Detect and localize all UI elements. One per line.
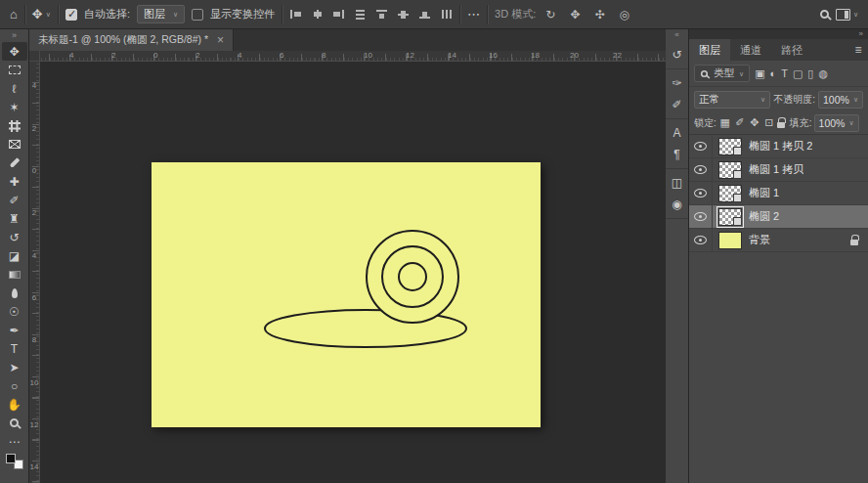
paragraph-panel-icon[interactable]: ¶ [668, 146, 687, 163]
toolbar-collapse-icon[interactable]: » [12, 29, 17, 42]
layer-thumbnail[interactable] [718, 208, 742, 226]
3d-rotate-icon[interactable]: ↻ [542, 8, 558, 22]
options-bar: ⌂ ✥ ∨ 自动选择: 图层 ∨ 显示变换控件 ⋯ 3D 模式: ↻✥✣◎ ∨ [0, 0, 868, 29]
dock-expand-icon[interactable]: « [674, 29, 678, 41]
tool-preset-move-icon[interactable]: ✥ ∨ [32, 7, 51, 22]
auto-select-checkbox[interactable] [65, 9, 77, 21]
show-transform-checkbox[interactable] [192, 9, 203, 21]
more-align-options-icon[interactable]: ⋯ [467, 7, 480, 22]
eyedropper-tool[interactable] [2, 154, 27, 172]
workspace-switcher[interactable]: ∨ [836, 9, 858, 21]
layer-row[interactable]: 背景 [689, 229, 868, 252]
brush-settings-panel-icon[interactable]: ✑ [668, 74, 687, 92]
brushes-panel-icon[interactable]: ✐ [668, 96, 687, 113]
frame-tool[interactable] [2, 135, 27, 154]
tab-channels[interactable]: 通道 [730, 39, 771, 61]
align-vertical-centers-icon[interactable] [397, 9, 410, 20]
layer-row[interactable]: 椭圆 2 [689, 205, 868, 229]
document-tab[interactable]: 未标题-1 @ 100% (椭圆 2, RGB/8#) * × [29, 29, 234, 51]
layer-filter-toggle-icon[interactable]: ◍ [817, 67, 829, 80]
lock-artboard-icon[interactable]: ⊡ [762, 116, 776, 129]
canvas-workspace[interactable]: 420246810121416182022 4202468101214 [29, 51, 666, 483]
filter-adjustment-layers-icon[interactable]: ◐ [769, 67, 778, 79]
photoshop-window: ⌂ ✥ ∨ 自动选择: 图层 ∨ 显示变换控件 ⋯ 3D 模式: ↻✥✣◎ ∨ … [0, 0, 868, 483]
filter-smart-objects-icon[interactable]: ▯ [806, 67, 814, 80]
gradient-tool[interactable] [2, 265, 27, 284]
home-icon[interactable]: ⌂ [10, 7, 18, 22]
layer-row[interactable]: 椭圆 1 拷贝 2 [689, 135, 868, 158]
tab-layers[interactable]: 图层 [689, 39, 730, 61]
lock-all-icon[interactable] [777, 122, 785, 128]
fill-field[interactable]: 100% ∨ [814, 114, 859, 132]
filter-shape-layers-icon[interactable]: ▢ [792, 67, 803, 80]
path-selection-tool[interactable]: ➤ [2, 358, 27, 376]
history-brush-tool[interactable]: ↺ [2, 228, 27, 246]
eye-icon[interactable] [694, 236, 707, 244]
align-right-edges-icon[interactable] [332, 9, 345, 20]
layer-row[interactable]: 椭圆 1 [689, 182, 868, 205]
pen-tool[interactable]: ✒ [2, 321, 27, 339]
eye-icon[interactable] [694, 212, 707, 221]
tab-paths[interactable]: 路径 [771, 39, 812, 61]
layer-thumbnail[interactable] [718, 232, 742, 249]
zoom-tool[interactable] [2, 414, 27, 432]
3d-camera-icon[interactable]: ◎ [616, 8, 631, 22]
layer-visibility-cell [689, 158, 713, 181]
eraser-tool[interactable]: ◪ [2, 246, 27, 265]
quick-selection-tool[interactable]: ✶ [2, 98, 27, 116]
eye-icon[interactable] [694, 142, 707, 151]
eye-icon[interactable] [694, 189, 707, 198]
edit-toolbar[interactable]: ⋯ [2, 432, 27, 451]
type-tool[interactable]: T [2, 339, 27, 358]
align-left-edges-icon[interactable] [289, 9, 302, 20]
crop-tool[interactable] [2, 116, 27, 135]
ruler-h-label: 16 [489, 51, 498, 60]
healing-brush-tool[interactable]: ✚ [2, 172, 27, 191]
separator [459, 5, 460, 24]
ruler-origin-corner[interactable] [29, 51, 40, 62]
distribute-horizontally-icon[interactable] [440, 9, 453, 20]
layer-thumbnail[interactable] [718, 161, 742, 179]
layer-filter-type-dropdown[interactable]: 类型 ∨ [694, 65, 750, 82]
lock-image-pixels-icon[interactable]: ✐ [733, 116, 747, 129]
foreground-color-swatch[interactable] [6, 454, 16, 463]
clone-stamp-tool[interactable]: ♜ [2, 209, 27, 228]
document-canvas[interactable] [152, 162, 541, 427]
blur-tool[interactable] [2, 284, 27, 302]
search-icon[interactable] [820, 10, 829, 19]
quick-selection-tool-icon: ✶ [9, 101, 19, 114]
color-swatches[interactable] [6, 454, 23, 469]
layers-panel-menu-icon[interactable]: ≡ [848, 39, 868, 61]
auto-select-mode-dropdown[interactable]: 图层 ∨ [137, 5, 185, 23]
distribute-vertically-icon[interactable] [354, 9, 367, 20]
align-horizontal-centers-icon[interactable] [311, 9, 324, 20]
brush-tool[interactable]: ✐ [2, 191, 27, 209]
character-panel-icon[interactable]: A [668, 124, 687, 142]
align-top-edges-icon[interactable] [375, 9, 388, 20]
eye-icon[interactable] [694, 165, 707, 174]
move-tool[interactable]: ✥ [2, 42, 27, 61]
lock-transparent-pixels-icon[interactable]: ▦ [718, 116, 732, 129]
lasso-tool[interactable]: ℓ [2, 79, 27, 98]
blend-mode-dropdown[interactable]: 正常 ∨ [694, 91, 770, 109]
layer-row[interactable]: 椭圆 1 拷贝 [689, 158, 868, 182]
layer-thumbnail[interactable] [718, 138, 742, 155]
lock-position-icon[interactable]: ✥ [748, 116, 761, 129]
rectangular-marquee-tool[interactable] [2, 61, 27, 79]
history-panel-icon[interactable]: ↺ [668, 46, 687, 64]
close-tab-icon[interactable]: × [217, 33, 224, 47]
3d-pan-icon[interactable]: ✣ [591, 8, 607, 22]
3d-panel-icon[interactable]: ◫ [668, 174, 687, 192]
ruler-v-label: 4 [29, 251, 39, 260]
filter-type-layers-icon[interactable]: T [780, 67, 789, 79]
3d-roll-icon[interactable]: ✥ [567, 8, 583, 22]
hand-tool[interactable]: ✋ [2, 395, 27, 414]
ellipse-tool[interactable]: ○ [2, 376, 27, 395]
layer-thumbnail[interactable] [718, 185, 742, 202]
opacity-field[interactable]: 100% ∨ [818, 91, 863, 109]
panel-collapse-icon[interactable]: » [689, 29, 868, 39]
align-bottom-edges-icon[interactable] [418, 9, 431, 20]
dodge-tool[interactable]: ☉ [2, 302, 27, 321]
filter-pixel-layers-icon[interactable]: ▣ [754, 67, 765, 80]
properties-panel-icon[interactable]: ◉ [668, 196, 687, 213]
